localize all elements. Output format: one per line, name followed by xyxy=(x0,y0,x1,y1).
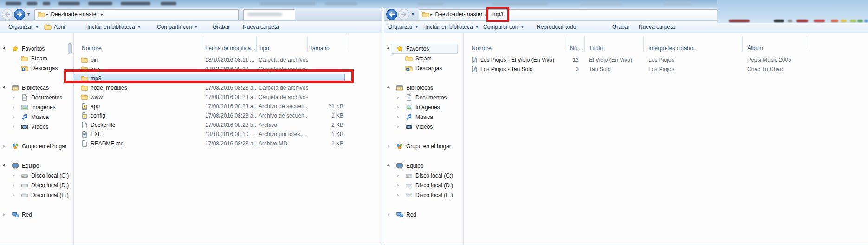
tree-expand-icon[interactable] xyxy=(397,125,399,128)
recent-pages-chevron-icon[interactable]: ▼ xyxy=(26,12,31,17)
toolbar-button-nueva-carpeta[interactable]: Nueva carpeta xyxy=(243,21,279,33)
tree-expand-icon[interactable] xyxy=(397,96,399,99)
sidebar-item-disco-local-d-[interactable]: Disco local (D:) xyxy=(0,181,73,191)
tree-expand-icon[interactable] xyxy=(397,116,399,118)
breadcrumb-item-highlighted[interactable]: mp3 xyxy=(486,7,509,22)
tree-collapse-icon[interactable] xyxy=(3,86,6,90)
js-file-icon: S xyxy=(81,103,88,110)
toolbar-button-organizar[interactable]: Organizar▼ xyxy=(8,21,39,33)
sidebar-item-red[interactable]: Red xyxy=(384,210,463,220)
tree-collapse-icon[interactable] xyxy=(387,47,391,51)
sidebar-item-grupo-en-el-hogar[interactable]: Grupo en el hogar xyxy=(0,142,73,151)
tree-collapse-icon[interactable] xyxy=(387,86,391,90)
sidebar-item-steam[interactable]: Steam xyxy=(0,54,73,64)
sidebar-item-label: Steam xyxy=(31,55,47,62)
sidebar-item-steam[interactable]: Steam xyxy=(384,54,463,64)
file-row-config[interactable]: Sconfig17/08/2016 08:23 a...Archivo de s… xyxy=(74,111,382,120)
file-row-app[interactable]: Sapp17/08/2016 08:23 a...Archivo de secu… xyxy=(74,102,382,111)
sidebar-item-red[interactable]: Red xyxy=(0,210,73,220)
sidebar-item-label: Steam xyxy=(415,55,432,62)
search-input[interactable] xyxy=(243,9,295,20)
sidebar-item-disco-local-c-[interactable]: Disco local (C:) xyxy=(384,171,463,181)
address-bar[interactable]: ▸Deezloader-master▸ xyxy=(34,9,239,20)
sidebar-item-disco-local-d-[interactable]: Disco local (D:) xyxy=(384,181,463,191)
tree-expand-icon[interactable] xyxy=(3,145,6,148)
address-bar[interactable]: ▸Deezloader-master▸mp3 xyxy=(419,9,718,20)
sidebar-item-equipo[interactable]: Equipo xyxy=(0,161,73,171)
tree-expand-icon[interactable] xyxy=(3,213,6,216)
sidebar-item-documentos[interactable]: Documentos xyxy=(0,93,73,103)
column-header-titulo[interactable]: Título xyxy=(585,36,644,52)
tree-expand-icon[interactable] xyxy=(13,125,15,128)
sidebar-item-disco-local-e-[interactable]: Disco local (E:) xyxy=(384,191,463,200)
column-header-album[interactable]: Álbum xyxy=(743,36,807,52)
toolbar-button-incluir-en-biblioteca[interactable]: Incluir en biblioteca▼ xyxy=(87,21,141,33)
sidebar-item-disco-local-e-[interactable]: Disco local (E:) xyxy=(0,191,73,200)
sidebar-item-imágenes[interactable]: Imágenes xyxy=(0,103,73,112)
toolbar-button-nueva-carpeta[interactable]: Nueva carpeta xyxy=(639,21,675,33)
toolbar-button-organizar[interactable]: Organizar▼ xyxy=(388,21,419,33)
tree-expand-icon[interactable] xyxy=(13,174,15,177)
sidebar-item-equipo[interactable]: Equipo xyxy=(384,161,463,171)
sidebar-item-imágenes[interactable]: Imágenes xyxy=(384,103,463,112)
tree-expand-icon[interactable] xyxy=(397,194,399,197)
sidebar-item-bibliotecas[interactable]: Bibliotecas xyxy=(384,83,463,93)
sidebar-item-música[interactable]: Música xyxy=(0,112,73,122)
tree-collapse-icon[interactable] xyxy=(387,164,391,168)
file-row-dockerfile[interactable]: Dockerfile17/08/2016 08:23 a...Archivo2 … xyxy=(74,120,382,130)
sidebar-item-favoritos[interactable]: Favoritos xyxy=(0,44,73,54)
sidebar-item-música[interactable]: Música xyxy=(384,112,463,122)
breadcrumb-item[interactable]: Deezloader-master xyxy=(435,11,482,18)
tree-expand-icon[interactable] xyxy=(13,194,15,197)
blurred-menu-text xyxy=(27,2,37,5)
sidebar-item-descargas[interactable]: Descargas xyxy=(0,64,73,73)
recent-pages-chevron-icon[interactable]: ▼ xyxy=(411,12,415,17)
sidebar-item-descargas[interactable]: Descargas xyxy=(384,64,463,73)
sidebar-item-documentos[interactable]: Documentos xyxy=(384,93,463,103)
tree-expand-icon[interactable] xyxy=(397,184,399,187)
tree-expand-icon[interactable] xyxy=(13,96,15,99)
sidebar-item-vídeos[interactable]: Vídeos xyxy=(384,122,463,132)
column-header-numero[interactable]: Nú... xyxy=(568,36,585,52)
tree-expand-icon[interactable] xyxy=(13,184,15,187)
file-row-www[interactable]: www17/08/2016 08:23 a...Carpeta de archi… xyxy=(74,92,382,102)
column-header-nombre[interactable]: Nombre xyxy=(464,36,568,52)
file-row-node-modules[interactable]: node_modules17/08/2016 08:23 a...Carpeta… xyxy=(74,83,382,92)
column-header-tipo[interactable]: Tipo xyxy=(257,36,308,52)
toolbar-button-compartir-con[interactable]: Compartir con▼ xyxy=(157,21,198,33)
file-row-readme-md[interactable]: README.md17/08/2016 08:23 a...Archivo MD… xyxy=(74,139,382,148)
sidebar-item-disco-local-c-[interactable]: Disco local (C:) xyxy=(0,171,73,181)
tree-collapse-icon[interactable] xyxy=(3,164,6,168)
toolbar-button-grabar[interactable]: Grabar xyxy=(213,21,230,33)
forward-button[interactable] xyxy=(398,8,410,20)
tree-expand-icon[interactable] xyxy=(13,106,15,109)
sidebar-item-favoritos[interactable]: Favoritos xyxy=(384,44,463,54)
sidebar-item-grupo-en-el-hogar[interactable]: Grupo en el hogar xyxy=(384,142,463,151)
toolbar-button-incluir-en-biblioteca[interactable]: Incluir en biblioteca▼ xyxy=(425,21,479,33)
file-row-los-piojos-tan-solo[interactable]: ♪Los Piojos - Tan Solo3Tan SoloLos Piojo… xyxy=(464,65,868,74)
forward-button[interactable] xyxy=(13,8,26,20)
breadcrumb-item[interactable]: Deezloader-master xyxy=(51,11,98,18)
toolbar-button-reproducir-todo[interactable]: Reproducir todo xyxy=(537,21,576,33)
tree-expand-icon[interactable] xyxy=(388,145,390,148)
file-row-los-piojos-el-viejo-en-vivo-[interactable]: ♪Los Piojos - El Viejo (En Vivo)12El Vie… xyxy=(464,55,868,65)
tree-expand-icon[interactable] xyxy=(397,174,399,177)
toolbar-button-compartir-con[interactable]: Compartir con▼ xyxy=(483,21,524,33)
toolbar-button-abrir[interactable]: Abrir xyxy=(44,21,65,33)
file-row-bin[interactable]: bin18/10/2016 08:11 ...Carpeta de archiv… xyxy=(74,55,382,65)
tree-expand-icon[interactable] xyxy=(388,213,390,216)
column-header-fecha[interactable]: Fecha de modifica... xyxy=(203,36,257,52)
back-button[interactable] xyxy=(1,8,13,20)
sidebar-scrollbar[interactable] xyxy=(68,43,72,54)
tree-expand-icon[interactable] xyxy=(13,116,15,118)
column-header-tamano[interactable]: Tamaño xyxy=(308,36,347,52)
sidebar-item-bibliotecas[interactable]: Bibliotecas xyxy=(0,83,73,93)
sidebar-item-vídeos[interactable]: Vídeos xyxy=(0,122,73,132)
tree-expand-icon[interactable] xyxy=(397,106,399,109)
column-header-interpretes[interactable]: Intérpretes colabo... xyxy=(644,36,743,52)
back-button[interactable] xyxy=(386,8,398,20)
tree-collapse-icon[interactable] xyxy=(3,47,6,51)
file-row-exe[interactable]: EXE18/10/2016 08:10 ...Archivo por lotes… xyxy=(74,130,382,139)
column-header-nombre[interactable]: Nombre xyxy=(74,36,203,52)
toolbar-button-grabar[interactable]: Grabar xyxy=(612,21,629,33)
